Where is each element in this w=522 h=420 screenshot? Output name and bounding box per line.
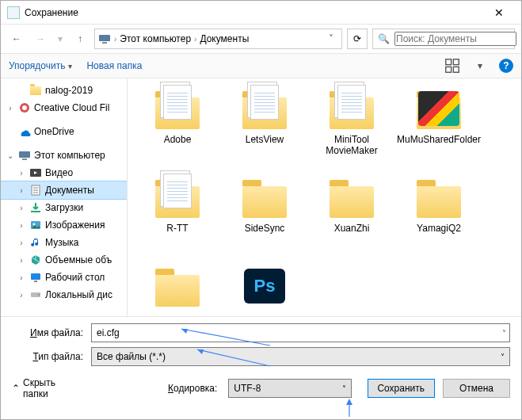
pc-icon	[18, 149, 31, 162]
tree-item[interactable]: ›Документы	[1, 181, 127, 199]
breadcrumb-current[interactable]: Документы	[200, 33, 249, 44]
close-button[interactable]: ✕	[483, 6, 515, 19]
3d-icon	[29, 254, 42, 266]
item-thumbnail	[154, 265, 201, 307]
tree-item[interactable]: OneDrive	[1, 123, 127, 140]
encoding-label: Кодировка:	[168, 383, 217, 394]
tree-item-label: Изображения	[45, 220, 105, 231]
tree-item-label: Музыка	[45, 237, 78, 248]
breadcrumb-root[interactable]: Этот компьютер	[120, 33, 191, 44]
item-label: XuanZhi	[334, 223, 370, 234]
expand-icon[interactable]: ›	[17, 273, 26, 282]
save-fields: Имя файла: ˅ Тип файла: Все файлы (*.*) …	[1, 316, 521, 369]
filename-input-wrapper[interactable]: ˅	[91, 323, 510, 342]
encoding-combo[interactable]: UTF-8 ˅	[228, 379, 351, 398]
back-button[interactable]: ←	[7, 29, 26, 48]
svg-point-7	[22, 105, 27, 110]
tree-item-label: Объемные объ	[45, 254, 112, 265]
item-thumbnail	[154, 88, 201, 129]
chevron-down-icon: ▾	[68, 62, 72, 71]
tree-item[interactable]: ›Рабочий стол	[1, 269, 127, 286]
up-button[interactable]: ↑	[70, 29, 90, 48]
file-item[interactable]: Ps	[221, 262, 308, 316]
address-dropdown-button[interactable]: ˅	[324, 33, 338, 44]
filetype-value: Все файлы (*.*)	[97, 351, 166, 362]
search-input[interactable]	[394, 32, 516, 46]
hide-folders-toggle[interactable]: ⌃ Скрыть папки	[12, 377, 81, 399]
file-item[interactable]: R-TT	[134, 174, 221, 262]
tree-item[interactable]: ›Creative Cloud Fil	[1, 99, 127, 116]
file-item[interactable]: MiniTool MovieMaker	[308, 85, 395, 174]
expand-icon[interactable]: ›	[17, 186, 26, 195]
command-bar: Упорядочить ▾ Новая папка ▾ ?	[1, 53, 521, 78]
tree-item[interactable]: ›Изображения	[1, 216, 127, 234]
item-thumbnail: Ps	[241, 265, 288, 307]
expand-icon[interactable]: ›	[17, 239, 26, 247]
tree-item-label: Документы	[45, 185, 94, 196]
expand-icon[interactable]: ›	[17, 221, 26, 230]
tree-item-label: Видео	[45, 167, 73, 178]
tree-item[interactable]: ›Видео	[1, 164, 127, 181]
tree-item[interactable]: ›Загрузки	[1, 199, 127, 216]
file-item[interactable]: SideSync	[221, 174, 308, 262]
tree-item[interactable]: ⌄Этот компьютер	[1, 147, 127, 164]
file-item[interactable]: XuanZhi	[308, 174, 395, 262]
item-label: R-TT	[166, 223, 188, 234]
filename-dropdown-icon[interactable]: ˅	[502, 329, 506, 338]
onedrive-icon	[18, 125, 31, 138]
view-dropdown-button[interactable]: ▾	[475, 57, 485, 74]
refresh-button[interactable]: ⟳	[347, 29, 368, 49]
recent-locations-button[interactable]: ▾	[55, 29, 66, 48]
expand-icon[interactable]: ›	[17, 204, 26, 212]
expand-icon[interactable]: ›	[6, 104, 15, 113]
file-list[interactable]: AdobeLetsViewMiniTool MovieMakerMuMuShar…	[128, 78, 521, 316]
filetype-combo[interactable]: Все файлы (*.*) ˅	[91, 347, 510, 366]
tree-item[interactable]: ›Объемные объ	[1, 251, 127, 269]
title-bar: Сохранение ✕	[1, 1, 521, 25]
item-label: SideSync	[245, 223, 285, 234]
cancel-button[interactable]: Отмена	[443, 379, 510, 398]
item-label: Adobe	[164, 134, 192, 145]
save-button[interactable]: Сохранить	[368, 379, 435, 398]
item-thumbnail	[328, 88, 375, 129]
change-view-button[interactable]	[444, 57, 461, 74]
video-icon	[29, 166, 42, 179]
file-item[interactable]: YamagiQ2	[395, 174, 482, 262]
hide-folders-label: Скрыть папки	[23, 377, 81, 399]
tree-item[interactable]: nalog-2019	[1, 82, 127, 99]
tree-item-label: Загрузки	[45, 202, 83, 213]
svg-rect-0	[99, 35, 110, 41]
file-item[interactable]	[134, 262, 221, 316]
svg-rect-16	[31, 211, 40, 212]
item-thumbnail	[328, 177, 375, 218]
svg-rect-2	[446, 59, 452, 65]
expand-icon[interactable]: ›	[17, 291, 26, 300]
folder-tree[interactable]: nalog-2019›Creative Cloud FilOneDrive⌄Эт…	[1, 78, 128, 316]
filename-input[interactable]	[97, 327, 505, 338]
new-folder-button[interactable]: Новая папка	[86, 60, 142, 71]
forward-button[interactable]: →	[31, 29, 50, 48]
item-thumbnail	[415, 88, 463, 129]
filetype-label: Тип файла:	[12, 351, 91, 362]
encoding-value: UTF-8	[234, 383, 261, 394]
item-label: LetsView	[246, 134, 284, 145]
desktop-icon	[29, 271, 42, 284]
expand-icon[interactable]: ⌄	[6, 151, 15, 160]
file-item[interactable]: Adobe	[134, 85, 221, 174]
address-bar[interactable]: › Этот компьютер › Документы ˅	[94, 29, 342, 49]
expand-icon[interactable]: ›	[17, 256, 26, 265]
tree-item[interactable]: ›Музыка	[1, 234, 127, 251]
file-item[interactable]: LetsView	[221, 85, 308, 174]
disk-icon	[29, 288, 42, 301]
item-label: MuMuSharedFolder	[397, 134, 481, 145]
chevron-up-icon: ⌃	[12, 383, 20, 394]
music-icon	[29, 236, 42, 249]
expand-icon[interactable]: ›	[17, 169, 26, 178]
tree-item-label: Рабочий стол	[45, 272, 105, 283]
organize-menu[interactable]: Упорядочить ▾	[9, 60, 72, 71]
tree-item[interactable]: ›Локальный дис	[1, 286, 127, 304]
file-item[interactable]: MuMuSharedFolder	[395, 85, 482, 174]
item-thumbnail	[241, 177, 288, 218]
search-box[interactable]: 🔍	[372, 29, 515, 49]
help-button[interactable]: ?	[499, 59, 513, 73]
